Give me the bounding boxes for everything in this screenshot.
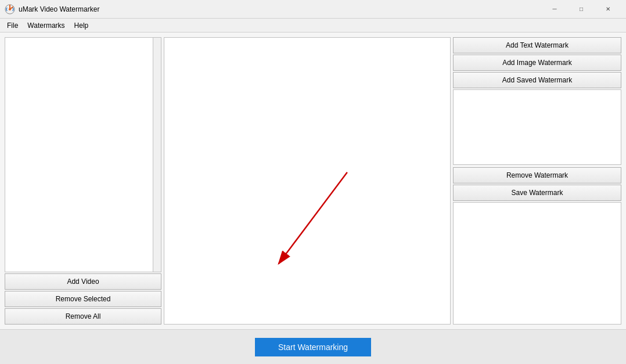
window-controls: ─ □ ✕ (541, 0, 621, 19)
maximize-icon: □ (580, 6, 583, 12)
title-bar: uMark Video Watermarker ─ □ ✕ (0, 0, 626, 19)
app-icon (5, 4, 15, 15)
remove-selected-button[interactable]: Remove Selected (5, 291, 161, 307)
svg-point-1 (9, 8, 11, 10)
minimize-icon: ─ (552, 6, 556, 12)
video-preview-area (164, 37, 451, 325)
content-body: Add Video Remove Selected Remove All A (0, 33, 626, 329)
scrollbar[interactable] (153, 38, 161, 272)
left-panel: Add Video Remove Selected Remove All (5, 37, 161, 325)
add-text-watermark-button[interactable]: Add Text Watermark (453, 37, 621, 53)
remove-all-button[interactable]: Remove All (5, 308, 161, 325)
close-icon: ✕ (606, 6, 610, 12)
minimize-button[interactable]: ─ (541, 0, 568, 19)
right-panel: Add Text Watermark Add Image Watermark A… (453, 37, 621, 325)
start-watermarking-button[interactable]: Start Watermarking (255, 338, 371, 356)
close-button[interactable]: ✕ (595, 0, 621, 19)
main-content: Add Video Remove Selected Remove All A (0, 33, 626, 364)
watermark-settings-area (453, 202, 621, 325)
left-buttons: Add Video Remove Selected Remove All (5, 273, 161, 325)
svg-line-3 (279, 172, 347, 264)
window-title: uMark Video Watermarker (19, 5, 541, 13)
save-watermark-button[interactable]: Save Watermark (453, 185, 621, 201)
add-saved-watermark-button[interactable]: Add Saved Watermark (453, 72, 621, 88)
add-video-button[interactable]: Add Video (5, 273, 161, 290)
arrow-annotation (164, 38, 450, 324)
menu-help[interactable]: Help (70, 20, 93, 31)
right-top-buttons: Add Text Watermark Add Image Watermark A… (453, 37, 621, 88)
bottom-bar: Start Watermarking (0, 329, 626, 364)
video-list-area[interactable] (5, 37, 161, 272)
menu-file[interactable]: File (2, 20, 23, 31)
right-mid-buttons: Remove Watermark Save Watermark (453, 167, 621, 201)
watermark-preview-area (453, 89, 621, 165)
maximize-button[interactable]: □ (568, 0, 595, 19)
menu-bar: File Watermarks Help (0, 19, 626, 33)
menu-watermarks[interactable]: Watermarks (23, 20, 69, 31)
add-image-watermark-button[interactable]: Add Image Watermark (453, 55, 621, 71)
remove-watermark-button[interactable]: Remove Watermark (453, 167, 621, 183)
